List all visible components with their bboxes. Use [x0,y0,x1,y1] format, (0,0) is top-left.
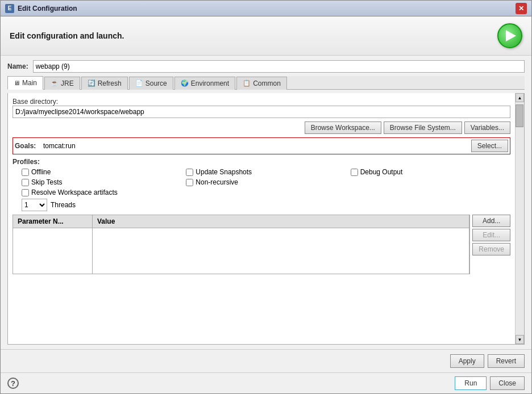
goals-label: Goals: [15,142,38,150]
param-table-body [13,228,469,274]
tab-source-icon: 📄 [135,79,143,87]
param-table-header: Parameter N... Value [13,215,469,228]
checkbox-skip-tests-input[interactable] [22,179,29,186]
goals-input[interactable] [42,140,467,152]
checkbox-offline: Offline [22,168,181,176]
checkbox-skip-tests: Skip Tests [22,178,181,186]
base-dir-input[interactable] [13,106,510,118]
checkbox-offline-input[interactable] [22,169,29,176]
goals-row: Goals: Select... [13,137,510,154]
profiles-section: Profiles: Offline Update Snapshots De [13,158,510,211]
tab-main-icon: 🖥 [14,79,20,86]
help-button[interactable]: ? [7,378,19,389]
checkbox-update-snapshots-input[interactable] [186,169,193,176]
edit-button[interactable]: Edit... [472,229,510,241]
threads-row: 1 2 4 Threads [13,199,510,211]
title-bar: E Edit Configuration ✕ [1,1,531,16]
tab-main[interactable]: 🖥 Main [7,76,43,90]
base-directory-section: Base directory: [13,98,510,118]
close-dialog-button[interactable]: Close [490,376,525,390]
tab-refresh-icon: 🔄 [88,79,95,87]
resolve-label: Resolve Workspace artifacts [31,188,118,196]
param-table: Parameter N... Value [13,215,470,274]
tab-jre[interactable]: ☕ JRE [44,77,80,90]
checkbox-non-recursive-input[interactable] [186,179,193,186]
base-dir-label: Base directory: [13,98,510,106]
tab-environment-label: Environment [191,79,229,87]
checkboxes-grid: Offline Update Snapshots Debug Output [13,168,510,186]
panel-content: Base directory: Browse Workspace... Brow… [8,93,515,344]
tab-jre-label: JRE [61,79,74,87]
tab-environment[interactable]: 🌍 Environment [174,77,235,90]
param-col1-header: Parameter N... [13,215,93,228]
tab-refresh[interactable]: 🔄 Refresh [81,77,128,90]
dialog-window: E Edit Configuration ✕ Edit configuratio… [0,0,532,394]
checkbox-update-snapshots: Update Snapshots [186,168,346,176]
tab-main-label: Main [22,79,37,87]
checkbox-offline-label: Offline [31,168,51,176]
checkbox-update-snapshots-label: Update Snapshots [196,168,252,176]
resolve-row: Resolve Workspace artifacts [13,188,510,196]
browse-filesystem-button[interactable]: Browse File System... [384,121,462,134]
scroll-down-button[interactable]: ▼ [516,335,524,344]
resolve-checkbox[interactable] [22,189,29,196]
param-table-wrapper: Parameter N... Value Add... Edit... [13,215,510,274]
param-table-inner: Parameter N... Value [13,215,470,274]
param-col2-header: Value [93,215,469,228]
apply-button[interactable]: Apply [450,354,484,368]
header-title: Edit configuration and launch. [10,31,124,40]
checkbox-non-recursive: Non-recursive [186,178,346,186]
add-button[interactable]: Add... [472,215,510,227]
scrollbar[interactable]: ▲ ▼ [515,93,524,344]
run-icon-button[interactable] [497,23,522,48]
scroll-up-button[interactable]: ▲ [516,93,524,102]
footer-right: Run Close [455,376,525,390]
select-button[interactable]: Select... [471,140,508,152]
checkbox-debug-output-input[interactable] [351,169,358,176]
tab-jre-icon: ☕ [51,79,59,87]
tab-common-label: Common [253,79,281,87]
name-input[interactable] [33,60,525,73]
param-col1 [13,228,93,274]
remove-button[interactable]: Remove [472,243,510,255]
bottom-buttons: Apply Revert [1,349,531,372]
param-table-buttons: Add... Edit... Remove [472,215,510,274]
browse-workspace-button[interactable]: Browse Workspace... [305,121,381,134]
footer-row: ? Run Close [1,372,531,393]
tab-refresh-label: Refresh [98,79,122,87]
checkbox-debug-output: Debug Output [351,168,510,176]
threads-label: Threads [51,201,76,209]
content-area: Name: 🖥 Main ☕ JRE 🔄 Refresh 📄 Source � [1,56,531,349]
scroll-track [516,102,524,335]
name-row: Name: [7,60,525,73]
checkbox-non-recursive-label: Non-recursive [196,178,238,186]
tab-source[interactable]: 📄 Source [129,77,173,90]
profiles-label: Profiles: [13,158,510,166]
name-label: Name: [7,62,28,70]
close-button[interactable]: ✕ [516,3,527,14]
tab-common[interactable]: 📋 Common [236,77,287,90]
tab-environment-icon: 🌍 [181,79,189,87]
browse-buttons: Browse Workspace... Browse File System..… [13,121,510,134]
main-panel: Base directory: Browse Workspace... Brow… [7,93,525,345]
run-button[interactable]: Run [455,376,487,390]
run-triangle [506,30,516,41]
tab-source-label: Source [146,79,167,87]
window-icon: E [5,4,14,13]
scroll-thumb[interactable] [516,104,523,127]
header-area: Edit configuration and launch. [1,16,531,56]
checkbox-debug-output-label: Debug Output [360,168,403,176]
variables-button[interactable]: Variables... [464,121,510,134]
revert-button[interactable]: Revert [488,354,525,368]
checkbox-skip-tests-label: Skip Tests [31,178,62,186]
window-title: Edit Configuration [18,5,516,12]
tab-common-icon: 📋 [243,79,251,87]
tabs-bar: 🖥 Main ☕ JRE 🔄 Refresh 📄 Source 🌍 Enviro… [7,76,525,90]
threads-select[interactable]: 1 2 4 [22,199,47,211]
param-col2 [93,228,469,274]
